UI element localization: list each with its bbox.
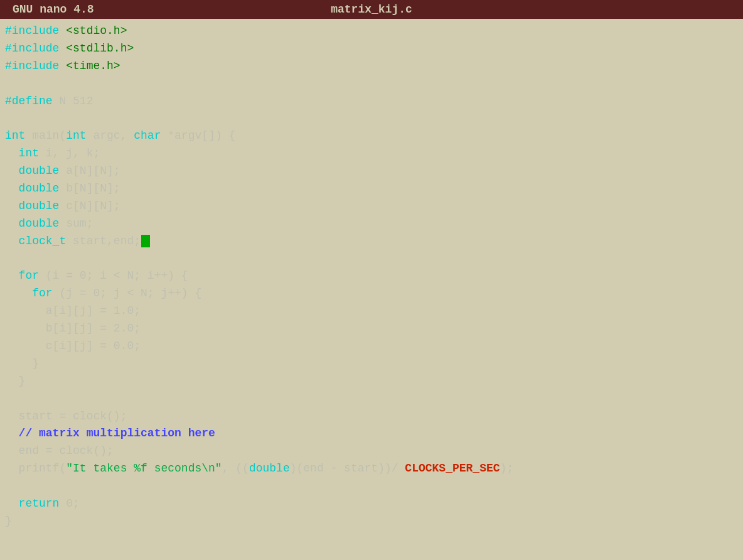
line-11: double c[N][N]; — [5, 198, 738, 215]
line-21: } — [5, 373, 738, 390]
titlebar-app-name: GNU nano 4.8 — [13, 3, 94, 16]
line-25: end = clock(); — [5, 443, 738, 460]
titlebar-filename: matrix_kij.c — [331, 3, 412, 16]
line-13: clock_t start,end; — [5, 233, 738, 250]
line-14 — [5, 250, 738, 268]
titlebar: GNU nano 4.8 matrix_kij.c — [0, 0, 743, 19]
line-1: #include <stdio.h> — [5, 23, 738, 40]
line-2: #include <stdlib.h> — [5, 40, 738, 58]
line-5: #define N 512 — [5, 93, 738, 110]
line-29: } — [5, 513, 738, 530]
line-26: printf("It takes %f seconds\n", ((double… — [5, 460, 738, 478]
line-7: int main(int argc, char *argv[]) { — [5, 127, 738, 145]
line-20: } — [5, 355, 738, 373]
code-editor: #include <stdio.h> #include <stdlib.h> #… — [0, 19, 743, 534]
line-15: for (i = 0; i < N; i++) { — [5, 267, 738, 285]
line-22 — [5, 390, 738, 408]
cursor — [141, 235, 150, 247]
line-6 — [5, 110, 738, 127]
line-17: a[i][j] = 1.0; — [5, 303, 738, 320]
line-24: // matrix multiplication here — [5, 425, 738, 443]
line-16: for (j = 0; j < N; j++) { — [5, 285, 738, 303]
line-23: start = clock(); — [5, 408, 738, 426]
line-4 — [5, 75, 738, 93]
line-12: double sum; — [5, 215, 738, 233]
line-3: #include <time.h> — [5, 58, 738, 75]
line-10: double b[N][N]; — [5, 180, 738, 198]
line-19: c[i][j] = 0.0; — [5, 338, 738, 355]
line-28: return 0; — [5, 495, 738, 513]
line-18: b[i][j] = 2.0; — [5, 320, 738, 338]
line-8: int i, j, k; — [5, 145, 738, 163]
line-9: double a[N][N]; — [5, 163, 738, 180]
line-27 — [5, 478, 738, 495]
